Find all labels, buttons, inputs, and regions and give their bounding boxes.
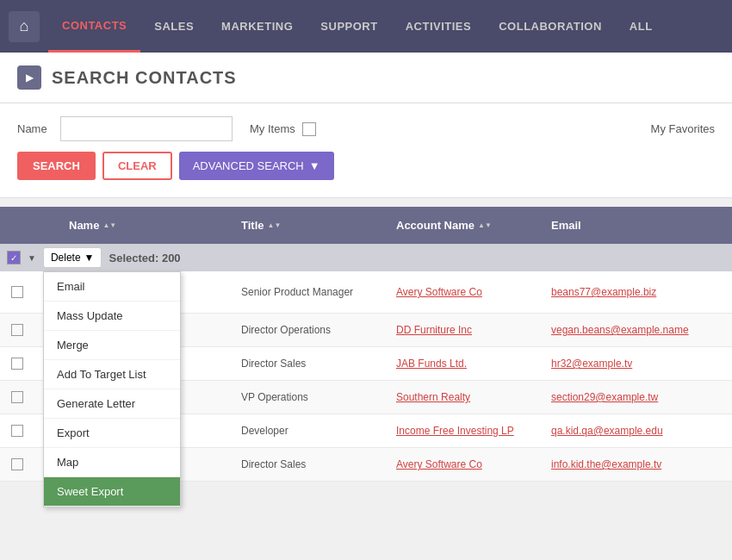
row-title-4: VP Operations bbox=[233, 388, 388, 407]
my-items-checkbox[interactable] bbox=[302, 122, 316, 136]
account-sort-icon[interactable]: ▲▼ bbox=[478, 222, 492, 229]
advanced-search-button[interactable]: ADVANCED SEARCH ▼ bbox=[179, 152, 334, 180]
select-all-checkbox[interactable]: ✓ bbox=[7, 251, 21, 264]
row-account-3[interactable]: JAB Funds Ltd. bbox=[388, 354, 543, 373]
menu-item-generate-letter[interactable]: Generate Letter bbox=[44, 389, 180, 419]
th-checkbox bbox=[0, 215, 34, 235]
menu-item-export[interactable]: Export bbox=[44, 419, 180, 448]
row-email-4[interactable]: section29@example.tw bbox=[543, 388, 732, 407]
table-container: Name ▲▼ Title ▲▼ Account Name ▲▼ Email O… bbox=[0, 207, 732, 482]
menu-item-email[interactable]: Email bbox=[44, 272, 180, 302]
th-icon bbox=[34, 215, 60, 235]
row-email-2[interactable]: vegan.beans@example.name bbox=[543, 320, 732, 339]
row-title-6: Director Sales bbox=[233, 455, 388, 474]
page-title: SEARCH CONTACTS bbox=[52, 68, 237, 88]
top-nav: ⌂ CONTACTS SALES MARKETING SUPPORT ACTIV… bbox=[0, 0, 732, 53]
menu-item-sweet-export[interactable]: Sweet Export bbox=[44, 477, 180, 507]
page-header: ▶ SEARCH CONTACTS bbox=[0, 53, 732, 103]
delete-dropdown-button[interactable]: Delete ▼ bbox=[43, 247, 102, 268]
nav-item-collaboration[interactable]: COLLABORATION bbox=[485, 0, 616, 53]
nav-item-contacts[interactable]: CONTACTS bbox=[48, 0, 140, 53]
menu-item-map[interactable]: Map bbox=[44, 448, 180, 477]
action-bar: ✓ ▼ Delete ▼ Selected: 200 Email Mass Up… bbox=[0, 244, 732, 271]
row-checkbox-2[interactable] bbox=[0, 320, 34, 339]
row-account-2[interactable]: DD Furniture Inc bbox=[388, 320, 543, 339]
select-dropdown-arrow[interactable]: ▼ bbox=[28, 253, 36, 263]
search-input[interactable] bbox=[60, 116, 233, 141]
selected-count: Selected: 200 bbox=[109, 252, 180, 264]
row-checkbox-3[interactable] bbox=[0, 354, 34, 373]
delete-label: Delete bbox=[51, 252, 81, 264]
title-sort-icon[interactable]: ▲▼ bbox=[268, 222, 282, 229]
th-email: Email bbox=[543, 215, 732, 235]
home-icon: ⌂ bbox=[20, 17, 29, 35]
button-row: SEARCH CLEAR ADVANCED SEARCH ▼ bbox=[17, 152, 715, 180]
row-email-6[interactable]: info.kid.the@example.tv bbox=[543, 455, 732, 474]
my-favorites-label: My Favorites bbox=[651, 122, 715, 135]
nav-items: CONTACTS SALES MARKETING SUPPORT ACTIVIT… bbox=[48, 0, 667, 53]
my-items-label: My Items bbox=[250, 122, 295, 135]
row-checkbox-1[interactable] bbox=[0, 283, 34, 302]
search-button[interactable]: SEARCH bbox=[17, 152, 96, 180]
row-email-3[interactable]: hr32@example.tv bbox=[543, 354, 732, 373]
nav-item-sales[interactable]: SALES bbox=[140, 0, 208, 53]
row-account-1[interactable]: Avery Software Co bbox=[388, 283, 543, 302]
search-section: Name My Items My Favorites SEARCH CLEAR … bbox=[0, 103, 732, 198]
row-title-2: Director Operations bbox=[233, 320, 388, 339]
advanced-dropdown-icon: ▼ bbox=[309, 159, 320, 172]
search-row: Name My Items My Favorites bbox=[17, 116, 715, 141]
row-email-5[interactable]: qa.kid.qa@example.edu bbox=[543, 421, 732, 440]
name-sort-icon[interactable]: ▲▼ bbox=[102, 222, 116, 229]
row-account-5[interactable]: Income Free Investing LP bbox=[388, 421, 543, 440]
row-checkbox-5[interactable] bbox=[0, 421, 34, 440]
row-email-1[interactable]: beans77@example.biz bbox=[543, 283, 732, 302]
row-account-4[interactable]: Southern Realty bbox=[388, 388, 543, 407]
menu-item-add-target-list[interactable]: Add To Target List bbox=[44, 360, 180, 389]
play-icon: ▶ bbox=[17, 65, 41, 90]
row-checkbox-6[interactable] bbox=[0, 455, 34, 474]
delete-dropdown-icon: ▼ bbox=[84, 252, 95, 264]
table-header: Name ▲▼ Title ▲▼ Account Name ▲▼ Email O… bbox=[0, 207, 732, 244]
name-label: Name bbox=[17, 122, 52, 135]
nav-item-support[interactable]: SUPPORT bbox=[307, 0, 391, 53]
clear-button[interactable]: CLEAR bbox=[102, 152, 172, 180]
advanced-search-label: ADVANCED SEARCH bbox=[193, 159, 304, 172]
th-name: Name ▲▼ bbox=[60, 215, 233, 235]
row-title-5: Developer bbox=[233, 421, 388, 440]
nav-item-marketing[interactable]: MARKETING bbox=[208, 0, 307, 53]
th-account: Account Name ▲▼ bbox=[388, 215, 543, 235]
home-button[interactable]: ⌂ bbox=[9, 11, 40, 42]
row-title-1: Senior Product Manager bbox=[233, 283, 388, 302]
menu-item-mass-update[interactable]: Mass Update bbox=[44, 302, 180, 331]
menu-item-merge[interactable]: Merge bbox=[44, 331, 180, 360]
th-title: Title ▲▼ bbox=[233, 215, 388, 235]
nav-item-activities[interactable]: ACTIVITIES bbox=[392, 0, 486, 53]
row-checkbox-4[interactable] bbox=[0, 388, 34, 407]
action-dropdown-menu: Email Mass Update Merge Add To Target Li… bbox=[43, 271, 181, 507]
row-account-6[interactable]: Avery Software Co bbox=[388, 455, 543, 474]
row-title-3: Director Sales bbox=[233, 354, 388, 373]
nav-item-all[interactable]: ALL bbox=[616, 0, 667, 53]
